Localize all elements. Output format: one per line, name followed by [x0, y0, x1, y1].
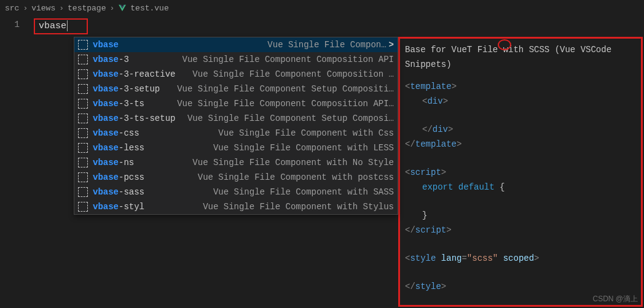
- text-cursor: [67, 20, 68, 31]
- snippet-icon: [78, 69, 88, 79]
- snippet-icon: [78, 114, 88, 123]
- suggestion-description: Vue Single File Component Setup Composit…: [177, 84, 394, 94]
- suggestion-item[interactable]: vbase-nsVue Single File Component with N…: [74, 155, 398, 170]
- snippet-icon: [78, 158, 88, 167]
- suggestion-description: Vue Single File Component with SASS: [213, 187, 394, 197]
- chevron-right-icon[interactable]: >: [389, 40, 394, 50]
- suggestion-suffix: -3: [119, 55, 129, 64]
- suggestion-item[interactable]: vbase-3-reactiveVue Single File Componen…: [74, 67, 398, 82]
- suggestion-description: Vue Single File Component Composition AP…: [177, 99, 394, 109]
- suggestion-item[interactable]: vbaseVue Single File Compon…>: [74, 37, 398, 52]
- suggestion-item[interactable]: vbase-3-setupVue Single File Component S…: [74, 82, 398, 96]
- tag-script-open: script: [410, 167, 441, 177]
- suggestion-description: Vue Single File Compon…: [267, 40, 386, 50]
- tag-style-close: style: [415, 282, 441, 291]
- suggestion-item[interactable]: vbase-3-tsVue Single File Component Comp…: [74, 96, 398, 111]
- breadcrumb-separator-icon: ›: [109, 4, 114, 13]
- breadcrumb-separator-icon: ›: [23, 4, 28, 13]
- snippet-icon: [78, 128, 88, 138]
- tag-script-close: script: [415, 225, 446, 235]
- detail-title: Base for VueT File with SCSS (Vue VSCode…: [405, 42, 636, 72]
- annotation-circle-icon: [498, 39, 511, 50]
- suggestion-suffix: -styl: [119, 202, 144, 212]
- suggestion-match: vbase: [93, 99, 119, 109]
- suggestion-description: Vue Single File Component with Css: [218, 128, 394, 138]
- suggestion-list[interactable]: vbaseVue Single File Compon…>vbase-3Vue …: [74, 37, 398, 215]
- vue-file-icon: [118, 4, 127, 12]
- breadcrumb-part[interactable]: src: [5, 4, 19, 13]
- suggestion-description: Vue Single File Component with Stylus: [203, 202, 394, 212]
- suggestion-description: Vue Single File Component Composition …: [192, 69, 394, 79]
- suggestion-match: vbase: [93, 55, 119, 64]
- breadcrumb-part[interactable]: views: [31, 4, 55, 13]
- snippet-icon: [78, 40, 88, 50]
- breadcrumb-separator-icon: ›: [59, 4, 64, 13]
- detail-title-circled: T: [467, 45, 472, 55]
- suggestion-description: Vue Single File Component with LESS: [213, 143, 394, 153]
- brace-open: {: [500, 182, 505, 192]
- suggestion-match: vbase: [93, 69, 119, 79]
- line-number: 1: [0, 20, 31, 29]
- suggestion-suffix: -less: [119, 143, 144, 153]
- breadcrumb-part[interactable]: testpage: [68, 4, 106, 13]
- suggestion-suffix: -3-ts-setup: [119, 114, 175, 123]
- suggestion-description: Vue Single File Component Composition AP…: [183, 55, 394, 64]
- suggestion-match: vbase: [93, 143, 119, 153]
- detail-title-pre: Base for Vue: [405, 45, 467, 55]
- kw-default: default: [458, 182, 495, 192]
- suggestion-suffix: -3-setup: [119, 84, 160, 94]
- tag-div-close: div: [433, 125, 448, 134]
- suggestion-detail-panel: Base for VueT File with SCSS (Vue VSCode…: [398, 37, 643, 307]
- suggestion-suffix: -3-reactive: [119, 69, 175, 79]
- suggestion-description: Vue Single File Component with postcss: [198, 172, 394, 182]
- attr-lang: lang: [441, 253, 462, 263]
- suggestion-item[interactable]: vbase-lessVue Single File Component with…: [74, 141, 398, 155]
- snippet-icon: [78, 187, 88, 197]
- suggestion-item[interactable]: vbase-sassVue Single File Component with…: [74, 185, 398, 199]
- tag-template-open: template: [410, 82, 451, 91]
- suggestion-suffix: -3-ts: [119, 99, 144, 109]
- kw-export: export: [422, 182, 453, 192]
- suggestion-match: vbase: [93, 202, 119, 212]
- suggestion-match: vbase: [93, 158, 119, 167]
- suggestion-match: vbase: [93, 187, 119, 197]
- suggestion-match: vbase: [93, 84, 119, 94]
- editor-line[interactable]: 1: [0, 16, 644, 29]
- snippet-icon: [78, 55, 88, 64]
- suggestion-match: vbase: [93, 172, 119, 182]
- snippet-icon: [78, 172, 88, 182]
- suggestion-match: vbase: [93, 128, 119, 138]
- suggestion-suffix: -ns: [119, 158, 134, 167]
- suggestion-item[interactable]: vbase-stylVue Single File Component with…: [74, 199, 398, 214]
- suggestion-description: Vue Single File Component Setup Composi…: [187, 114, 394, 123]
- suggestion-description: Vue Single File Component with No Style: [192, 158, 394, 167]
- watermark: CSDN @滴上: [592, 294, 638, 304]
- snippet-icon: [78, 202, 88, 212]
- brace-close: }: [422, 210, 427, 220]
- suggestion-match: vbase: [93, 40, 119, 50]
- suggestion-item[interactable]: vbase-3Vue Single File Component Composi…: [74, 52, 398, 67]
- attr-scoped: scoped: [503, 253, 534, 263]
- suggestion-suffix: -sass: [119, 187, 144, 197]
- val-scss: "scss": [467, 253, 498, 263]
- suggestion-item[interactable]: vbase-3-ts-setupVue Single File Componen…: [74, 111, 398, 126]
- typed-text-highlight: vbase: [34, 18, 88, 34]
- snippet-icon: [78, 84, 88, 94]
- breadcrumb[interactable]: src › views › testpage › test.vue: [0, 0, 644, 16]
- tag-template-close: template: [415, 139, 457, 149]
- suggestion-item[interactable]: vbase-pcssVue Single File Component with…: [74, 170, 398, 185]
- typed-text[interactable]: vbase: [39, 21, 66, 31]
- breadcrumb-file[interactable]: test.vue: [130, 4, 168, 13]
- snippet-icon: [78, 99, 88, 109]
- suggestion-item[interactable]: vbase-cssVue Single File Component with …: [74, 126, 398, 141]
- tag-div-open: div: [427, 96, 442, 106]
- suggestion-suffix: -css: [119, 128, 139, 138]
- suggestion-match: vbase: [93, 114, 119, 123]
- snippet-icon: [78, 143, 88, 153]
- tag-style-open: style: [410, 253, 436, 263]
- suggestion-suffix: -pcss: [119, 172, 144, 182]
